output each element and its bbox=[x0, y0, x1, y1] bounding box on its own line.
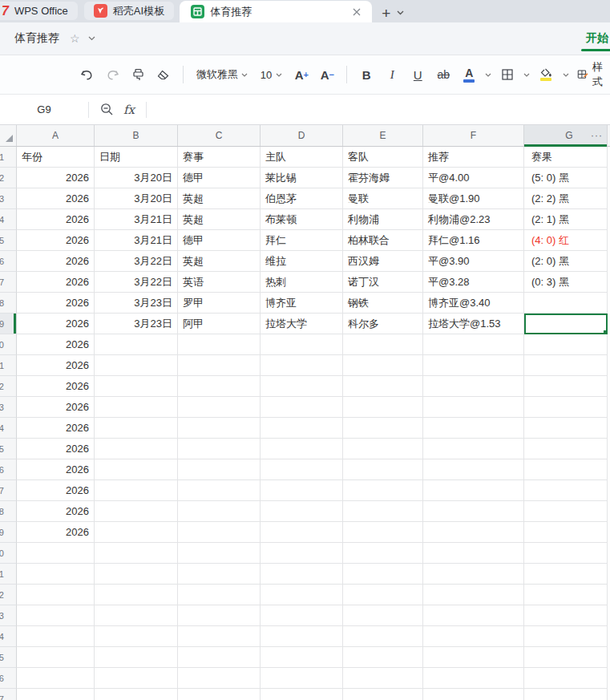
cell[interactable] bbox=[178, 564, 261, 585]
menu-tab-start[interactable]: 开始 bbox=[578, 22, 610, 55]
cell[interactable]: (0: 3) 黑 bbox=[524, 272, 608, 293]
fill-color-button[interactable] bbox=[535, 63, 557, 87]
cell[interactable] bbox=[343, 647, 423, 668]
cell[interactable]: 阿甲 bbox=[178, 314, 261, 334]
cell[interactable] bbox=[178, 543, 261, 564]
cell[interactable] bbox=[95, 501, 178, 522]
row-header[interactable]: 20 bbox=[0, 543, 17, 564]
cell[interactable] bbox=[524, 293, 608, 314]
cell[interactable]: 3月20日 bbox=[95, 168, 178, 188]
cell[interactable]: 2026 bbox=[17, 168, 95, 188]
cell[interactable]: 3月23日 bbox=[95, 314, 178, 334]
cell[interactable] bbox=[95, 439, 178, 459]
cell[interactable]: 客队 bbox=[343, 147, 423, 168]
row-header[interactable]: 3 bbox=[0, 188, 17, 209]
cell[interactable]: 3月20日 bbox=[95, 188, 178, 209]
cell[interactable]: 柏林联合 bbox=[343, 230, 423, 251]
cell[interactable]: 2026 bbox=[17, 251, 95, 272]
cell[interactable] bbox=[261, 439, 343, 459]
cell[interactable] bbox=[261, 376, 343, 397]
cell[interactable] bbox=[524, 647, 608, 668]
row-header[interactable]: 14 bbox=[0, 418, 17, 439]
cell[interactable] bbox=[178, 355, 261, 376]
cell[interactable]: 曼联@1.90 bbox=[423, 188, 524, 209]
cell[interactable] bbox=[261, 585, 343, 605]
row-header[interactable]: 5 bbox=[0, 230, 17, 251]
cell[interactable]: (2: 2) 黑 bbox=[524, 188, 608, 209]
cell[interactable] bbox=[95, 418, 178, 439]
row-header[interactable]: 10 bbox=[0, 334, 17, 355]
cell[interactable] bbox=[261, 668, 343, 689]
close-tab-icon[interactable] bbox=[349, 5, 364, 19]
cell[interactable] bbox=[17, 647, 95, 668]
cell[interactable] bbox=[95, 564, 178, 585]
cell[interactable]: 拜仁@1.16 bbox=[423, 230, 524, 251]
italic-button[interactable]: I bbox=[381, 63, 403, 87]
cell[interactable] bbox=[17, 626, 95, 647]
cell[interactable]: 3月21日 bbox=[95, 230, 178, 251]
cell[interactable] bbox=[178, 689, 261, 700]
row-header[interactable]: 13 bbox=[0, 397, 17, 418]
cell[interactable] bbox=[423, 543, 524, 564]
cell[interactable] bbox=[178, 418, 261, 439]
cell[interactable]: 2026 bbox=[17, 293, 95, 314]
cell[interactable]: 利物浦 bbox=[343, 209, 423, 230]
font-color-button[interactable]: A bbox=[458, 63, 480, 87]
cell[interactable] bbox=[524, 355, 608, 376]
cell[interactable] bbox=[343, 397, 423, 418]
row-header[interactable]: 16 bbox=[0, 459, 17, 480]
cell[interactable]: 英超 bbox=[178, 188, 261, 209]
row-header[interactable]: 19 bbox=[0, 522, 17, 543]
format-painter-icon[interactable] bbox=[127, 63, 149, 87]
new-tab-button[interactable]: + bbox=[382, 6, 390, 21]
cell[interactable]: 英语 bbox=[178, 272, 261, 293]
cell[interactable]: 德甲 bbox=[178, 168, 261, 188]
tab-wps-office[interactable]: 7 WPS Office bbox=[0, 2, 78, 20]
cell[interactable]: 赛事 bbox=[178, 147, 261, 168]
cell[interactable]: 年份 bbox=[17, 147, 95, 168]
cell[interactable]: 英超 bbox=[178, 209, 261, 230]
cell[interactable] bbox=[178, 626, 261, 647]
cell[interactable]: 英超 bbox=[178, 251, 261, 272]
cell[interactable]: 平@3.28 bbox=[423, 272, 524, 293]
font-size-select[interactable]: 10 bbox=[256, 63, 288, 86]
cell[interactable] bbox=[178, 605, 261, 626]
cell[interactable]: 2026 bbox=[17, 334, 95, 355]
cell[interactable]: 2026 bbox=[17, 209, 95, 230]
cell[interactable]: 博齐亚@3.40 bbox=[423, 293, 524, 314]
cell[interactable] bbox=[423, 459, 524, 480]
cell[interactable]: 诺丁汉 bbox=[343, 272, 423, 293]
cell[interactable]: 3月22日 bbox=[95, 272, 178, 293]
file-menu-chevron-icon[interactable] bbox=[88, 36, 95, 41]
cell[interactable] bbox=[423, 605, 524, 626]
select-all-corner[interactable] bbox=[0, 125, 17, 146]
cell[interactable] bbox=[95, 376, 178, 397]
cell[interactable]: 罗甲 bbox=[178, 293, 261, 314]
cell[interactable]: 平@4.00 bbox=[423, 168, 524, 188]
cell[interactable] bbox=[524, 334, 608, 355]
insert-function-icon[interactable]: fx bbox=[123, 103, 135, 117]
cell[interactable]: 推荐 bbox=[423, 147, 524, 168]
cell[interactable] bbox=[423, 376, 524, 397]
cell[interactable]: 主队 bbox=[261, 147, 343, 168]
cell[interactable]: 2026 bbox=[17, 272, 95, 293]
decrease-font-size-icon[interactable]: A− bbox=[316, 63, 338, 87]
cell[interactable] bbox=[95, 647, 178, 668]
cell[interactable]: 2026 bbox=[17, 480, 95, 501]
borders-chevron-icon[interactable] bbox=[522, 63, 531, 87]
cell[interactable] bbox=[423, 355, 524, 376]
cell[interactable] bbox=[343, 459, 423, 480]
fill-color-chevron-icon[interactable] bbox=[560, 63, 570, 87]
cell[interactable] bbox=[524, 501, 608, 522]
cell[interactable] bbox=[343, 585, 423, 605]
row-header[interactable]: 18 bbox=[0, 501, 17, 522]
cell[interactable] bbox=[95, 334, 178, 355]
cell[interactable]: (2: 1) 黑 bbox=[524, 209, 608, 230]
cell[interactable] bbox=[261, 355, 343, 376]
cell[interactable] bbox=[423, 334, 524, 355]
cell[interactable]: 西汉姆 bbox=[343, 251, 423, 272]
cell[interactable] bbox=[178, 397, 261, 418]
row-header[interactable]: 1 bbox=[0, 147, 17, 168]
cell[interactable] bbox=[423, 647, 524, 668]
column-header-e[interactable]: E bbox=[343, 125, 423, 146]
